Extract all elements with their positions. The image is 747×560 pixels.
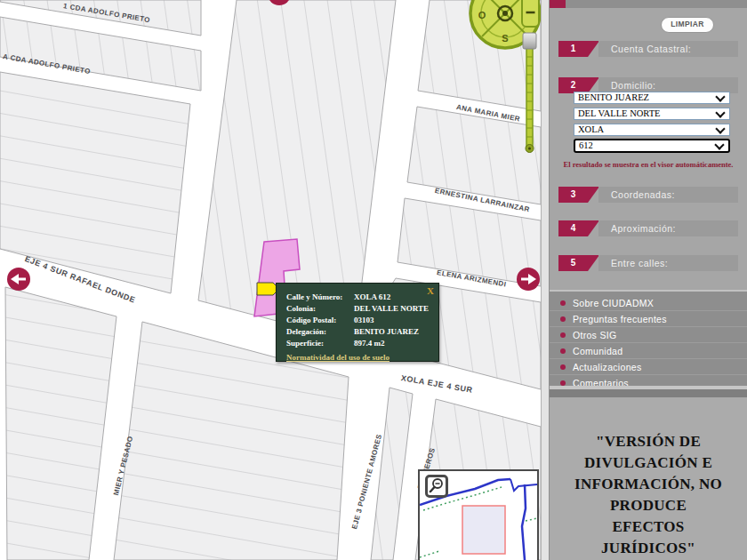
close-icon[interactable]: X [427, 285, 434, 296]
auto-result-note: El resultado se muestra en el visor auto… [550, 160, 747, 169]
popup-row: Superficie:897.4 m2 [286, 339, 431, 348]
section-coordenadas[interactable]: 3 Coordenadas: [558, 187, 738, 203]
magnifier-minus-icon [428, 477, 446, 495]
disclaimer-text: "VERSIÓN DE DIVULGACIÓN E INFORMACIÓN, N… [574, 431, 723, 559]
bullet-icon [560, 332, 566, 338]
pan-right-button[interactable] [517, 268, 540, 291]
section-cuenta-catastral[interactable]: 1 Cuenta Catastral: [558, 41, 738, 57]
popup-field-value: XOLA 612 [354, 292, 390, 301]
sidebar-links: Sobre CIUDADMX Preguntas frecuentes Otro… [550, 290, 747, 388]
divider-strip-dark [550, 389, 747, 397]
section-number: 5 [558, 255, 588, 271]
ciudadmx-app: O E S [0, 0, 747, 560]
parcel-info-popup: X Calle y Número:XOLA 612 Colonia:DEL VA… [276, 283, 439, 362]
compass-south-label: S [502, 33, 508, 44]
map-extent-box[interactable] [462, 506, 505, 554]
popup-field-label: Superficie: [286, 339, 354, 348]
popup-field-label: Colonia: [286, 304, 354, 313]
calle-select-value: XOLA [578, 124, 717, 135]
section-label: Coordenadas: [598, 187, 738, 203]
clear-button[interactable]: LIMPIAR [661, 17, 714, 33]
sidebar-link-actualizaciones[interactable]: Actualizaciones [550, 359, 747, 375]
chevron-down-icon [714, 140, 724, 149]
section-entre-calles[interactable]: 5 Entre calles: [558, 255, 738, 271]
sidebar-top-bar [550, 0, 747, 8]
map-sidebar-divider [541, 0, 550, 560]
link-label: Preguntas frecuentes [573, 314, 667, 324]
link-label: Sobre CIUDADMX [573, 298, 654, 308]
popup-field-value: BENITO JUAREZ [354, 327, 419, 336]
bullet-icon [560, 316, 566, 322]
zoom-out-button[interactable] [522, 0, 539, 27]
calle-select[interactable]: XOLA [574, 124, 730, 136]
chevron-down-icon [715, 124, 725, 133]
sidebar-link-sobre-ciudadmx[interactable]: Sobre CIUDADMX [550, 295, 747, 311]
map-viewport[interactable]: O E S [0, 0, 541, 560]
chevron-down-icon [715, 92, 725, 101]
popup-row: Calle y Número:XOLA 612 [286, 292, 431, 301]
section-label: Entre calles: [598, 255, 738, 271]
section-label: Cuenta Catastral: [598, 41, 738, 57]
sidebar-link-comunidad[interactable]: Comunidad [550, 343, 747, 359]
popup-field-label: Delegación: [286, 327, 354, 336]
popup-row: Colonia:DEL VALLE NORTE [286, 304, 431, 313]
zoom-slider-handle[interactable] [523, 33, 536, 49]
popup-row: Código Postal:03103 [286, 316, 431, 324]
section-number: 4 [558, 220, 588, 236]
bullet-icon [560, 380, 566, 386]
link-label: Comunidad [573, 346, 622, 356]
link-label: Otros SIG [573, 330, 616, 340]
popup-field-label: Calle y Número: [286, 292, 354, 301]
bullet-icon [560, 364, 566, 370]
disclaimer-panel: "VERSIÓN DE DIVULGACIÓN E INFORMACIÓN, N… [550, 397, 747, 560]
sidebar-link-preguntas-frecuentes[interactable]: Preguntas frecuentes [550, 311, 747, 327]
search-sidebar: LIMPIAR 1 Cuenta Catastral: 2 Domicilio:… [550, 0, 747, 560]
section-number: 3 [558, 187, 588, 203]
popup-field-value: DEL VALLE NORTE [354, 304, 429, 313]
section-aproximacion[interactable]: 4 Aproximación: [558, 220, 738, 236]
section-number: 1 [558, 41, 588, 57]
numero-select[interactable]: 612 [574, 139, 730, 153]
zoom-out-magnifier-button[interactable] [425, 475, 448, 498]
popup-row: Delegación:BENITO JUAREZ [286, 327, 431, 336]
sidebar-link-otros-sig[interactable]: Otros SIG [550, 327, 747, 343]
popup-field-value: 03103 [354, 316, 374, 324]
pan-left-button[interactable] [7, 268, 30, 291]
land-use-link[interactable]: Normatividad del uso de suelo [286, 353, 390, 362]
bullet-icon [560, 348, 566, 354]
numero-select-value: 612 [579, 140, 716, 151]
colonia-select[interactable]: DEL VALLE NORTE [574, 108, 730, 120]
bullet-icon [560, 300, 566, 306]
delegacion-select-value: BENITO JUAREZ [578, 92, 717, 103]
overview-map[interactable] [418, 469, 539, 560]
popup-field-label: Código Postal: [286, 316, 354, 324]
section-label: Aproximación: [598, 220, 738, 236]
delegacion-select[interactable]: BENITO JUAREZ [574, 92, 730, 104]
link-label: Actualizaciones [573, 362, 641, 372]
popup-field-value: 897.4 m2 [354, 339, 385, 348]
compass-west-label: O [478, 10, 486, 20]
top-bar-accent [550, 0, 566, 8]
colonia-select-value: DEL VALLE NORTE [578, 108, 717, 119]
chevron-down-icon [715, 108, 725, 117]
